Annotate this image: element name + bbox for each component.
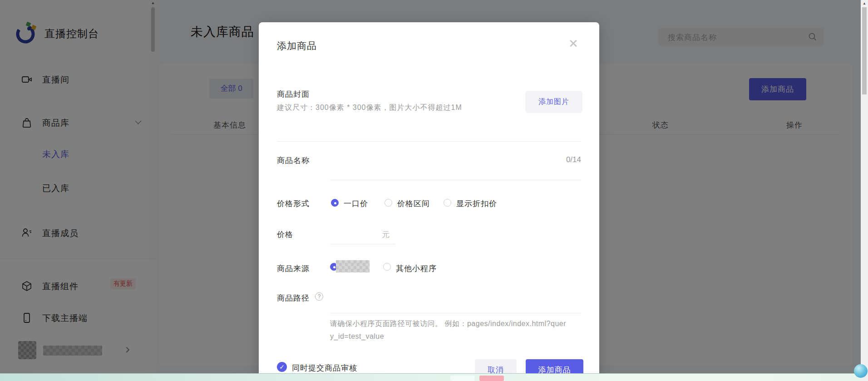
name-char-counter: 0/14 [566, 155, 581, 164]
radio-fixed-price[interactable] [331, 199, 339, 207]
scroll-up-icon[interactable]: ▲ [861, 1, 868, 5]
modal-title: 添加商品 [277, 40, 317, 52]
price-type-label: 价格形式 [277, 198, 310, 209]
radio-source-other-miniprogram[interactable] [383, 263, 391, 271]
name-label: 商品名称 [277, 155, 310, 166]
floating-widget-ball[interactable] [854, 364, 868, 378]
background-window-button-pink [479, 376, 504, 381]
price-label: 价格 [277, 229, 293, 240]
add-product-modal: 添加商品 ✕ 商品封面 建议尺寸：300像素 * 300像素，图片大小不得超过1… [259, 22, 599, 381]
radio-source-other-label[interactable]: 其他小程序 [396, 263, 437, 274]
browser-scrollbar[interactable]: ▲ [861, 0, 868, 381]
radio-fixed-price-label[interactable]: 一口价 [344, 198, 368, 209]
name-input[interactable] [330, 180, 581, 180]
add-image-button[interactable]: 添加图片 [525, 91, 582, 113]
path-label: 商品路径 [277, 293, 310, 303]
source-option-redacted [336, 260, 370, 272]
submit-review-label: 同时提交商品审核 [292, 363, 357, 373]
radio-discount-price-label[interactable]: 显示折扣价 [456, 198, 497, 209]
background-window-edge [0, 373, 868, 381]
price-input[interactable] [330, 244, 395, 244]
path-input[interactable] [330, 313, 581, 313]
radio-price-range-label[interactable]: 价格区间 [397, 198, 430, 209]
help-icon[interactable]: ? [315, 292, 323, 301]
radio-discount-price[interactable] [444, 199, 451, 207]
radio-price-range[interactable] [385, 199, 392, 207]
screen: 直播控制台 直播间 商品库 [0, 0, 868, 381]
section-divider [277, 141, 581, 142]
submit-review-checkbox[interactable]: ✓ [277, 362, 287, 372]
price-unit: 元 [382, 229, 390, 240]
browser-scrollbar-thumb[interactable] [862, 7, 867, 94]
path-helper-text: 请确保小程序页面路径可被访问。 例如：pages/index/index.htm… [330, 317, 570, 343]
cover-size-hint: 建议尺寸：300像素 * 300像素，图片大小不得超过1M [277, 103, 462, 113]
cover-label: 商品封面 [277, 89, 310, 99]
source-label: 商品来源 [277, 263, 310, 274]
background-window-button-light [450, 376, 475, 381]
close-icon[interactable]: ✕ [568, 38, 578, 49]
